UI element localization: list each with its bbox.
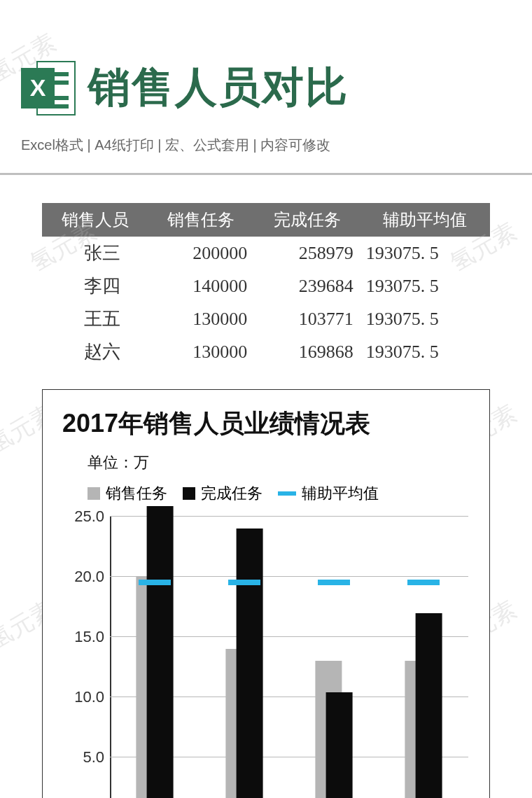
col-header-avg: 辅助平均值: [360, 203, 490, 237]
cell-avg: 193075. 5: [360, 302, 490, 335]
y-tick-label: 5.0: [64, 748, 104, 766]
spreadsheet-area: 销售人员 销售任务 完成任务 辅助平均值 张三 200000 258979 19…: [42, 203, 490, 798]
cell-task: 130000: [148, 302, 255, 335]
cell-avg: 193075. 5: [360, 270, 490, 302]
bar-done: [326, 692, 353, 798]
cell-name: 王五: [42, 302, 148, 335]
sales-table: 销售人员 销售任务 完成任务 辅助平均值 张三 200000 258979 19…: [42, 203, 490, 368]
cell-task: 200000: [148, 237, 255, 270]
col-header-done: 完成任务: [254, 203, 360, 237]
template-header: X 销售人员对比: [0, 0, 532, 130]
legend-swatch-black: [183, 487, 195, 500]
y-tick-label: 10.0: [64, 688, 104, 706]
legend-item-done: 完成任务: [183, 483, 262, 504]
legend-swatch-grey: [88, 487, 100, 500]
legend-swatch-blue: [278, 491, 296, 496]
table-header-row: 销售人员 销售任务 完成任务 辅助平均值: [42, 203, 490, 237]
cell-avg: 193075. 5: [360, 237, 490, 270]
cell-name: 赵六: [42, 335, 148, 368]
chart-container: 2017年销售人员业绩情况表 单位：万 销售任务 完成任务 辅助平均值 5.01…: [42, 389, 490, 798]
cell-task: 130000: [148, 335, 255, 368]
col-header-person: 销售人员: [42, 203, 148, 237]
table-row: 张三 200000 258979 193075. 5: [42, 237, 490, 270]
cell-task: 140000: [148, 270, 255, 302]
cell-name: 李四: [42, 270, 148, 302]
page-title: 销售人员对比: [88, 59, 349, 116]
avg-marker: [228, 580, 260, 585]
chart-legend: 销售任务 完成任务 辅助平均值: [57, 479, 475, 517]
cell-done: 103771: [254, 302, 360, 335]
bar-group: [295, 517, 374, 798]
cell-done: 169868: [254, 335, 360, 368]
avg-marker: [407, 580, 440, 585]
cell-avg: 193075. 5: [360, 335, 490, 368]
legend-item-avg: 辅助平均值: [278, 483, 379, 504]
avg-marker: [318, 580, 350, 585]
bar-group: [115, 517, 195, 798]
excel-icon-letter: X: [21, 68, 55, 108]
col-header-task: 销售任务: [148, 203, 255, 237]
cell-done: 258979: [254, 237, 360, 270]
header-divider: [0, 173, 532, 175]
table-row: 赵六 130000 169868 193075. 5: [42, 335, 490, 368]
bars-wrap: [110, 517, 468, 798]
legend-label-avg: 辅助平均值: [302, 483, 379, 504]
bar-group: [384, 517, 463, 798]
legend-item-task: 销售任务: [88, 483, 167, 504]
y-tick-label: 15.0: [64, 628, 104, 646]
table-row: 王五 130000 103771 193075. 5: [42, 302, 490, 335]
chart-plot: 5.010.015.020.025.0: [110, 517, 468, 798]
page-subtitle: Excel格式 | A4纸打印 | 宏、公式套用 | 内容可修改: [0, 130, 532, 169]
legend-label-task: 销售任务: [106, 483, 167, 504]
chart-unit: 单位：万: [57, 441, 475, 479]
bar-done: [416, 613, 442, 798]
legend-label-done: 完成任务: [201, 483, 262, 504]
y-tick-label: 20.0: [64, 568, 104, 586]
bar-group: [205, 517, 284, 798]
y-tick-label: 25.0: [64, 507, 104, 526]
cell-name: 张三: [42, 237, 148, 270]
bar-done: [237, 528, 263, 798]
bar-done: [147, 506, 174, 798]
cell-done: 239684: [254, 270, 360, 302]
table-row: 李四 140000 239684 193075. 5: [42, 270, 490, 302]
avg-marker: [139, 580, 171, 585]
excel-icon: X: [21, 61, 76, 115]
chart-title: 2017年销售人员业绩情况表: [57, 407, 475, 441]
